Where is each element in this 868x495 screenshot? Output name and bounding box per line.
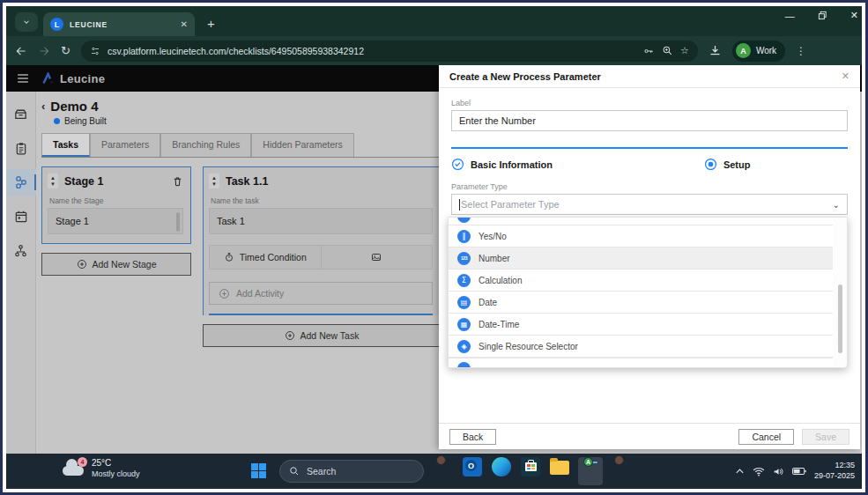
reload-button[interactable]: ↻ (61, 45, 70, 56)
modal-title: Create a New Process Parameter (449, 71, 601, 82)
profile-badge (614, 455, 624, 465)
step-basic-information[interactable]: Basic Information (451, 158, 553, 171)
taskbar-chrome-active[interactable]: A (578, 457, 603, 485)
leucine-favicon: L (50, 18, 63, 31)
taskbar-search[interactable]: Search (279, 460, 424, 483)
outlook-icon (463, 457, 482, 477)
volume-icon[interactable] (773, 467, 784, 477)
wifi-icon[interactable] (753, 467, 765, 477)
dropdown-item-date[interactable]: ▤ Date (449, 292, 833, 314)
bookmark-star-icon[interactable]: ☆ (680, 45, 689, 56)
taskbar-outlook[interactable] (462, 457, 483, 485)
browser-menu-icon[interactable]: ⋮ (796, 45, 806, 57)
parameter-type-label: Parameter Type (451, 182, 848, 191)
clock-time: 12:35 (814, 461, 855, 471)
chevron-down-icon (22, 18, 31, 26)
chevron-down-icon: ⌄ (833, 200, 840, 210)
url-text: csv.platform.leucinetech.com/checklists/… (108, 46, 635, 56)
browser-toolbar: ↻ csv.platform.leucinetech.com/checklist… (6, 36, 862, 65)
screenshot-frame: L LEUCINE ✕ + — ✕ ↻ csv.platform.leucine… (0, 0, 868, 495)
tab-close-icon[interactable]: ✕ (181, 19, 188, 29)
back-button-modal[interactable]: Back (449, 429, 496, 445)
web-page: Leucine (6, 65, 862, 454)
save-button[interactable]: Save (802, 429, 849, 445)
weather-temp: 25°C (92, 458, 140, 469)
back-button[interactable] (15, 45, 27, 57)
screen: L LEUCINE ✕ + — ✕ ↻ csv.platform.leucine… (6, 6, 862, 489)
windows-taskbar: 4 25°C Mostly cloudy Search (6, 454, 862, 489)
weather-badge: 4 (78, 457, 87, 467)
dropdown-item-date-time[interactable]: ▦ Date-Time (449, 314, 833, 336)
dropdown-item-partial[interactable] (449, 358, 833, 367)
work-profile-badge: A (583, 457, 593, 467)
taskbar-explorer[interactable] (549, 457, 570, 485)
tray-chevron-icon[interactable] (735, 468, 745, 475)
calculation-icon: Σ (457, 274, 471, 287)
dropdown-item-yes-no[interactable]: ‖ Yes/No (449, 225, 833, 248)
wizard-progress-line (451, 147, 848, 149)
dropdown-item-partial[interactable] (449, 218, 833, 225)
parameter-type-select[interactable]: Select Parameter Type ⌄ (451, 194, 848, 215)
date-time-icon: ▦ (457, 318, 471, 331)
taskbar-clock[interactable]: 12:35 29-07-2025 (814, 461, 855, 481)
yes-no-icon: ‖ (457, 230, 471, 243)
start-button[interactable] (251, 463, 266, 478)
edge-icon (492, 457, 511, 477)
battery-icon[interactable] (792, 467, 806, 476)
tab-search-button[interactable] (15, 12, 38, 32)
single-resource-icon: ◈ (457, 340, 471, 353)
forward-button[interactable] (38, 45, 50, 57)
taskbar-chrome-1[interactable] (433, 457, 454, 485)
create-parameter-modal: Create a New Process Parameter ✕ Label E… (439, 65, 860, 449)
taskbar-apps: A (433, 457, 632, 485)
downloads-icon[interactable] (708, 44, 722, 57)
profile-name: Work (756, 46, 776, 55)
clock-date: 29-07-2025 (814, 471, 855, 482)
dropdown-item-calculation[interactable]: Σ Calculation (449, 270, 833, 292)
windows-logo-icon (251, 463, 266, 478)
taskbar-edge[interactable] (491, 457, 512, 485)
new-tab-button[interactable]: + (207, 16, 215, 31)
profile-badge (436, 455, 446, 465)
weather-condition: Mostly cloudy (92, 469, 140, 478)
taskbar-chrome-2[interactable] (611, 457, 632, 485)
profile-avatar: A (736, 43, 751, 58)
site-info-icon[interactable] (90, 46, 100, 56)
label-input[interactable]: Enter the Number (451, 110, 848, 131)
check-circle-icon (451, 158, 464, 171)
date-icon: ▤ (457, 296, 471, 309)
browser-tabstrip: L LEUCINE ✕ + — ✕ (6, 6, 862, 36)
parameter-type-dropdown: ‖ Yes/No 123 Number Σ Calculation ▤ (448, 217, 848, 368)
radio-selected-icon (704, 158, 717, 171)
tab-title: LEUCINE (70, 20, 174, 29)
window-close-button[interactable]: ✕ (850, 10, 858, 21)
cancel-button[interactable]: Cancel (738, 429, 794, 445)
step-setup[interactable]: Setup (704, 158, 751, 171)
password-key-icon[interactable] (642, 46, 655, 56)
dropdown-item-single-resource[interactable]: ◈ Single Resource Selector (449, 336, 833, 358)
browser-tab-leucine[interactable]: L LEUCINE ✕ (43, 12, 195, 36)
modal-close-icon[interactable]: ✕ (842, 70, 849, 82)
zoom-icon[interactable] (662, 45, 673, 56)
label-field-label: Label (451, 99, 848, 107)
weather-widget[interactable]: 4 25°C Mostly cloudy (63, 458, 140, 478)
store-icon (521, 457, 540, 477)
text-caret (459, 199, 460, 211)
taskbar-store[interactable] (520, 457, 541, 485)
window-restore-button[interactable] (818, 11, 827, 20)
folder-icon (550, 461, 569, 475)
dropdown-item-number[interactable]: 123 Number (449, 248, 833, 270)
search-placeholder: Search (307, 466, 336, 477)
address-bar[interactable]: csv.platform.leucinetech.com/checklists/… (81, 41, 698, 62)
system-tray: 12:35 29-07-2025 (735, 454, 855, 489)
number-icon: 123 (457, 252, 471, 265)
window-controls: — ✕ (785, 10, 858, 21)
browser-profile-button[interactable]: A Work (732, 41, 785, 62)
window-minimize-button[interactable]: — (785, 11, 795, 21)
search-icon (289, 466, 300, 477)
cloud-icon: 4 (63, 460, 85, 476)
